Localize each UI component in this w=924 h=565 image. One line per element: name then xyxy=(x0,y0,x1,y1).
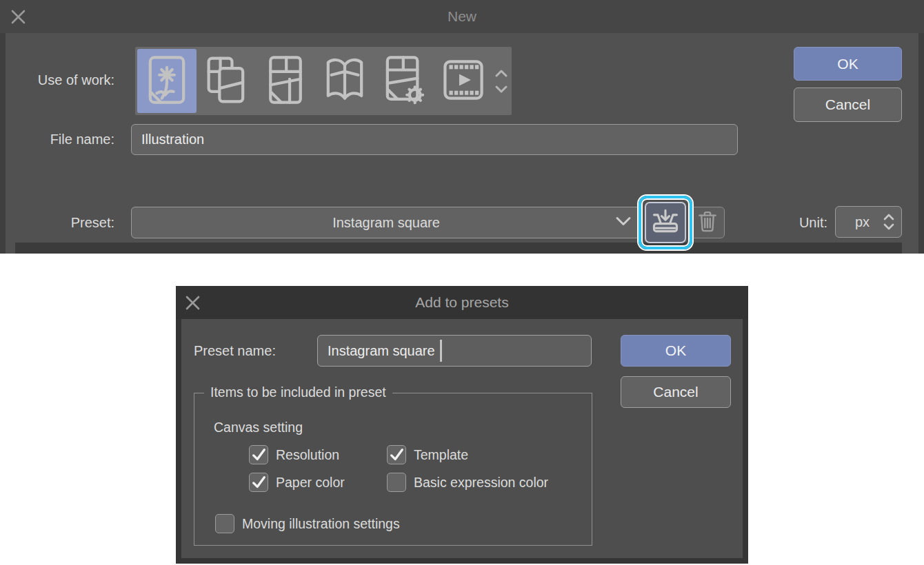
new-dialog: New Use of work: xyxy=(0,0,924,254)
items-groupbox-legend: Items to be included in preset xyxy=(204,384,392,400)
trash-icon xyxy=(697,209,718,236)
checkbox-paper-color-label[interactable]: Paper color xyxy=(276,473,345,492)
illustration-icon xyxy=(147,54,187,108)
preset-dropdown[interactable]: Instagram square xyxy=(131,207,641,238)
all-comic-settings-icon xyxy=(384,54,424,108)
preset-name-input[interactable]: Instagram square xyxy=(317,335,592,367)
checkmark-icon xyxy=(389,447,404,462)
work-option-illustration[interactable] xyxy=(137,49,197,113)
chevron-up-icon xyxy=(883,214,895,221)
save-preset-icon xyxy=(650,206,681,239)
checkbox-moving-illustration[interactable] xyxy=(215,514,234,533)
work-scroll xyxy=(493,49,510,113)
add-to-presets-dialog: Add to presets Preset name: Instagram sq… xyxy=(176,286,748,564)
text-cursor xyxy=(440,340,442,362)
use-of-work-label: Use of work: xyxy=(21,72,114,88)
work-option-comic[interactable] xyxy=(197,49,256,113)
checkbox-resolution-label[interactable]: Resolution xyxy=(276,445,339,464)
animation-icon xyxy=(443,54,483,108)
chevron-down-icon[interactable] xyxy=(494,85,508,94)
dialog-title: Add to presets xyxy=(176,294,748,311)
chevron-up-icon[interactable] xyxy=(494,68,508,78)
cancel-button[interactable]: Cancel xyxy=(621,376,731,408)
delete-preset-button[interactable] xyxy=(690,207,725,238)
comic-icon xyxy=(206,54,246,108)
preset-label: Preset: xyxy=(21,215,114,231)
ok-button[interactable]: OK xyxy=(794,47,902,81)
use-of-work-strip xyxy=(135,47,512,115)
checkbox-template[interactable] xyxy=(387,445,406,464)
file-name-label: File name: xyxy=(21,132,114,147)
file-name-input[interactable]: Illustration xyxy=(131,124,738,155)
unit-value: px xyxy=(855,214,870,230)
dialog-title: New xyxy=(0,8,924,25)
file-name-value: Illustration xyxy=(132,132,204,147)
checkbox-template-label[interactable]: Template xyxy=(414,445,468,464)
checkbox-basic-expression-color-label[interactable]: Basic expression color xyxy=(414,473,548,492)
work-option-book-binding[interactable] xyxy=(315,49,374,113)
unit-stepper[interactable] xyxy=(883,214,895,231)
checkbox-paper-color[interactable] xyxy=(249,473,268,492)
ok-button[interactable]: OK xyxy=(621,335,731,367)
unit-dropdown[interactable]: px xyxy=(835,206,902,238)
add-to-presets-button[interactable] xyxy=(645,202,686,243)
checkmark-icon xyxy=(251,447,266,462)
preset-name-label: Preset name: xyxy=(194,335,276,367)
chevron-down-icon xyxy=(883,223,895,231)
chevron-down-icon xyxy=(614,215,632,231)
checkmark-icon xyxy=(251,475,266,490)
work-option-animation[interactable] xyxy=(434,49,493,113)
save-preset-highlight xyxy=(639,196,692,249)
work-option-comic-single-page[interactable] xyxy=(256,49,315,113)
checkbox-moving-illustration-label[interactable]: Moving illustration settings xyxy=(242,514,400,533)
checkbox-basic-expression-color[interactable] xyxy=(387,473,406,492)
preset-value: Instagram square xyxy=(332,215,440,231)
add-to-presets-titlebar: Add to presets xyxy=(176,286,748,319)
comic-single-page-icon xyxy=(265,54,305,108)
unit-label: Unit: xyxy=(759,215,827,231)
work-option-all-comic-settings[interactable] xyxy=(374,49,434,113)
cancel-button[interactable]: Cancel xyxy=(794,88,902,122)
canvas-setting-label: Canvas setting xyxy=(214,420,303,435)
canvas-section-edge xyxy=(15,243,902,254)
new-dialog-titlebar: New xyxy=(0,0,924,33)
screen: New Use of work: xyxy=(0,0,924,565)
checkbox-resolution[interactable] xyxy=(249,445,268,464)
preset-name-value: Instagram square xyxy=(318,343,435,359)
book-binding-icon xyxy=(325,54,365,108)
